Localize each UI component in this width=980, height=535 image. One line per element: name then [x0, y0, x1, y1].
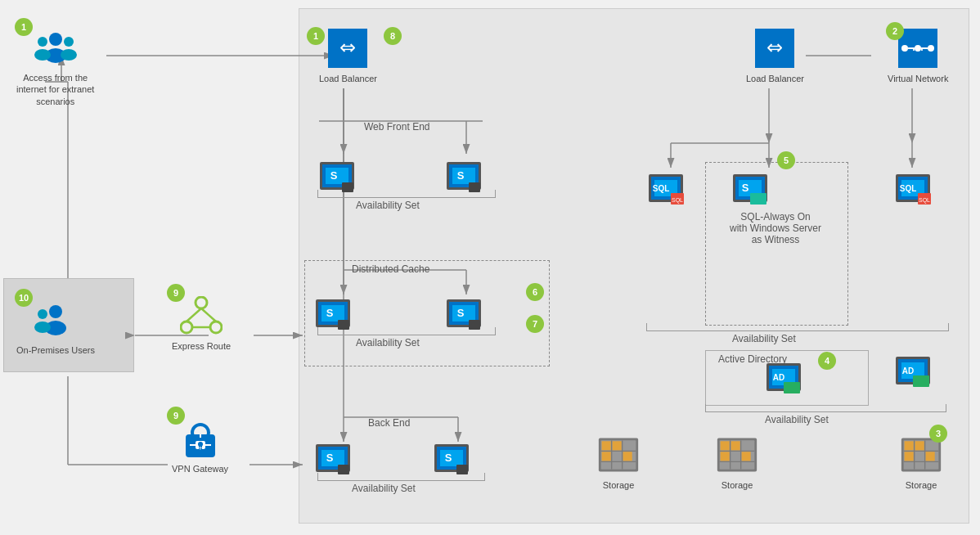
svg-text:⇔: ⇔ [766, 36, 783, 58]
badge-10: 10 [15, 289, 33, 307]
svg-rect-151 [905, 441, 914, 450]
svg-rect-118 [784, 382, 800, 393]
svg-line-72 [187, 308, 201, 321]
svg-rect-132 [613, 441, 622, 450]
storage2-label: Storage [722, 479, 753, 491]
svg-text:AD: AD [773, 373, 784, 382]
svg-text:SQL: SQL [919, 197, 930, 204]
sql-server-right: SQL SQL [895, 168, 937, 210]
badge-4: 4 [818, 352, 836, 370]
express-route-icon [180, 294, 223, 337]
badge-7: 7 [526, 315, 544, 333]
lb1-block: ⇔ Load Balancer [319, 27, 377, 84]
diagram-container: 1 Access from the internet for extranet … [0, 0, 980, 535]
express-route-block: Express Route [172, 294, 231, 352]
sp-server-sql-mid-icon: S [732, 168, 775, 210]
svg-point-77 [38, 309, 47, 319]
avail-set-sql [646, 323, 949, 331]
svg-point-75 [49, 305, 62, 318]
svg-point-69 [196, 297, 207, 308]
onprem-users-block: On-Premises Users [16, 299, 95, 356]
lb2-icon: ⇔ [753, 27, 796, 70]
back-end-label: Back End [368, 417, 410, 429]
svg-point-93 [901, 45, 908, 52]
avail-set-ad [705, 404, 946, 412]
svg-text:SQL: SQL [672, 197, 683, 204]
svg-point-33 [38, 37, 47, 47]
internet-users-label: Access from the internet for extranet sc… [16, 72, 94, 107]
vpn-gateway-block: + VPN Gateway [172, 417, 228, 474]
badge-5: 5 [777, 151, 795, 169]
ad-server-right: AD [895, 350, 937, 393]
badge-9b: 9 [167, 407, 185, 425]
svg-rect-153 [905, 452, 914, 461]
web-front-end-label: Web Front End [364, 121, 429, 133]
avail-set-sql-label: Availability Set [732, 333, 796, 344]
badge-9a: 9 [167, 284, 185, 302]
svg-text:S: S [326, 452, 334, 464]
svg-text:···: ··· [912, 41, 924, 57]
storage1-block: Storage [597, 434, 640, 491]
svg-line-73 [201, 308, 216, 321]
svg-text:⇔: ⇔ [339, 36, 356, 58]
svg-point-31 [49, 33, 62, 46]
sql-always-on-label: SQL-Always Onwith Windows Serveras Witne… [706, 211, 845, 245]
sql-server-left-icon: SQL SQL [648, 168, 690, 210]
svg-point-35 [64, 37, 74, 47]
svg-text:AD: AD [902, 366, 914, 375]
svg-rect-107 [750, 193, 766, 205]
virtual-network-label: Virtual Network [888, 73, 948, 84]
storage2-icon [716, 434, 758, 476]
internet-users-block: Access from the internet for extranet sc… [16, 26, 94, 107]
badge-11: 1 [15, 18, 33, 36]
svg-rect-152 [915, 441, 924, 450]
svg-point-78 [34, 321, 51, 333]
badge-8: 8 [384, 27, 402, 45]
svg-rect-131 [602, 441, 611, 450]
lb2-label: Load Balancer [746, 73, 804, 84]
lb1-label: Load Balancer [319, 73, 377, 84]
sp-server-sql-mid: S [732, 168, 775, 210]
storage1-icon [597, 434, 640, 476]
badge-1: 1 [307, 27, 325, 45]
svg-rect-154 [926, 452, 935, 461]
internet-users-icon [34, 26, 77, 69]
svg-text:S: S [330, 169, 338, 182]
vpn-gateway-label: VPN Gateway [172, 463, 228, 474]
svg-text:S: S [742, 182, 749, 194]
sql-server-right-icon: SQL SQL [895, 168, 937, 210]
avail-set-web [317, 190, 496, 198]
svg-point-36 [61, 49, 77, 61]
badge-2: 2 [886, 22, 904, 40]
svg-point-34 [34, 49, 51, 61]
sql-server-left: SQL SQL [648, 168, 690, 210]
svg-point-94 [928, 45, 934, 52]
avail-set-ad-label: Availability Set [765, 414, 829, 425]
ad-server-right-icon: AD [895, 350, 937, 393]
svg-rect-133 [602, 452, 611, 461]
svg-rect-141 [721, 441, 730, 450]
avail-set-cache [317, 327, 496, 335]
svg-text:+: + [198, 444, 202, 452]
svg-text:SQL: SQL [900, 184, 917, 193]
badge-3: 3 [929, 425, 947, 443]
badge-6: 6 [526, 283, 544, 301]
storage1-label: Storage [603, 479, 635, 491]
express-route-label: Express Route [172, 340, 231, 352]
svg-rect-143 [721, 452, 730, 461]
svg-rect-123 [913, 375, 929, 387]
svg-text:S: S [445, 452, 452, 464]
svg-rect-142 [731, 441, 740, 450]
lb2-block: ⇔ Load Balancer [746, 27, 804, 84]
svg-rect-144 [742, 452, 751, 461]
avail-set-back [317, 473, 485, 481]
svg-point-70 [181, 321, 192, 333]
onprem-users-icon [34, 299, 77, 341]
avail-set-back-label: Availability Set [352, 483, 416, 494]
svg-text:S: S [326, 307, 334, 319]
storage2-block: Storage [716, 434, 758, 491]
active-directory-label: Active Directory [718, 353, 787, 365]
avail-set-cache-label: Availability Set [356, 337, 420, 348]
distributed-cache-label: Distributed Cache [352, 263, 429, 275]
svg-text:S: S [457, 169, 465, 182]
